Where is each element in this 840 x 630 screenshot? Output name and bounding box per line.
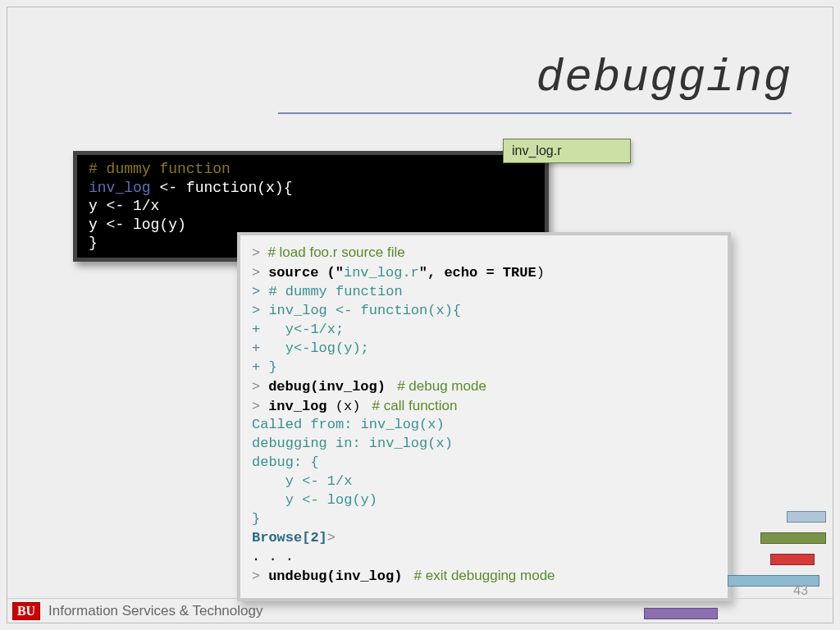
console-cmd: debug(inv_log) xyxy=(268,379,386,395)
console-output: debug: { xyxy=(252,454,716,472)
console-output: } xyxy=(252,510,716,529)
page-number: 43 xyxy=(793,583,808,598)
console-echo: + y<-log(y); xyxy=(252,340,716,358)
prompt: > xyxy=(252,568,260,583)
console-echo: > # dummy function xyxy=(252,283,716,302)
console-comment: # exit debugging mode xyxy=(402,568,555,583)
console-output: y <- log(y) xyxy=(252,491,716,510)
deco-bar-red xyxy=(770,554,815,565)
bu-logo: BU xyxy=(12,602,40,620)
code-fn-name: inv_log xyxy=(89,180,151,196)
console-echo: > inv_log <- function(x){ xyxy=(252,302,716,321)
deco-bar-blue xyxy=(787,511,826,523)
console-comment: # load foo.r source file xyxy=(260,244,405,260)
console-echo: + y<-1/x; xyxy=(252,321,716,340)
console-comment: # call function xyxy=(360,398,457,413)
code-text: y <- log(y) xyxy=(89,216,536,235)
console-cmd: inv_log xyxy=(268,399,336,414)
console-output: Called from: inv_log(x) xyxy=(252,416,716,435)
prompt: > xyxy=(252,378,260,394)
code-text: <- function(x){ xyxy=(151,180,293,196)
footer: BU Information Services & Technology xyxy=(7,598,833,623)
code-comment: # dummy function xyxy=(89,161,231,177)
console-filename: inv_log.r xyxy=(344,265,419,281)
deco-bar-green xyxy=(760,532,826,544)
console-comment: # debug mode xyxy=(386,378,486,394)
console-block: > # load foo.r source file > source ("in… xyxy=(237,232,731,601)
prompt: > xyxy=(252,264,260,280)
prompt: > xyxy=(252,398,260,413)
browse-prompt: Browse[2] xyxy=(252,530,327,546)
filename-label: inv_log.r xyxy=(503,139,631,163)
prompt: > xyxy=(252,244,260,260)
console-cmd: undebug(inv_log) xyxy=(268,568,402,584)
console-output: debugging in: inv_log(x) xyxy=(252,435,716,454)
title-underline xyxy=(278,112,792,114)
console-output: y <- 1/x xyxy=(252,472,716,491)
footer-text: Information Services & Technology xyxy=(48,603,262,619)
slide-frame: debugging # dummy function inv_log <- fu… xyxy=(7,7,833,623)
code-text: y <- 1/x xyxy=(89,197,536,216)
console-echo: + } xyxy=(252,358,716,377)
slide-title: debugging xyxy=(536,52,792,104)
console-cmd: source xyxy=(268,265,326,281)
console-ellipsis: . . . xyxy=(252,548,716,567)
